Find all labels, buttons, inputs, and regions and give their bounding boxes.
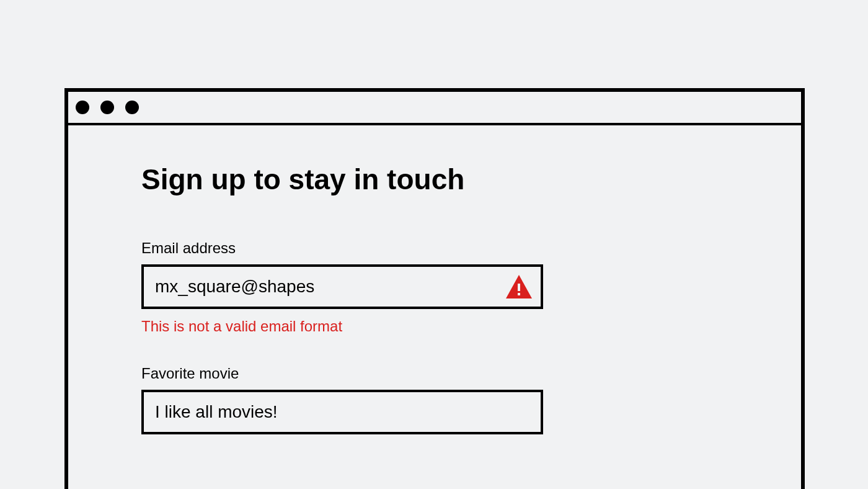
window-content: Sign up to stay in touch Email address T… xyxy=(68,125,801,489)
email-field-group: Email address This is not a valid email … xyxy=(141,240,728,335)
email-error-message: This is not a valid email format xyxy=(141,318,728,335)
movie-field-group: Favorite movie xyxy=(141,365,728,434)
warning-icon xyxy=(506,275,532,298)
window-dot-2[interactable] xyxy=(100,101,114,114)
signup-heading: Sign up to stay in touch xyxy=(141,163,728,196)
svg-rect-2 xyxy=(518,293,520,295)
movie-label: Favorite movie xyxy=(141,365,728,382)
window-dot-1[interactable] xyxy=(76,101,89,114)
window-dot-3[interactable] xyxy=(125,101,139,114)
signup-window: Sign up to stay in touch Email address T… xyxy=(64,88,805,489)
svg-rect-1 xyxy=(518,284,520,291)
email-input[interactable] xyxy=(141,264,543,309)
email-label: Email address xyxy=(141,240,728,257)
movie-input-wrap xyxy=(141,390,543,434)
movie-input[interactable] xyxy=(141,390,543,434)
email-input-wrap xyxy=(141,264,543,309)
window-titlebar xyxy=(68,92,801,125)
